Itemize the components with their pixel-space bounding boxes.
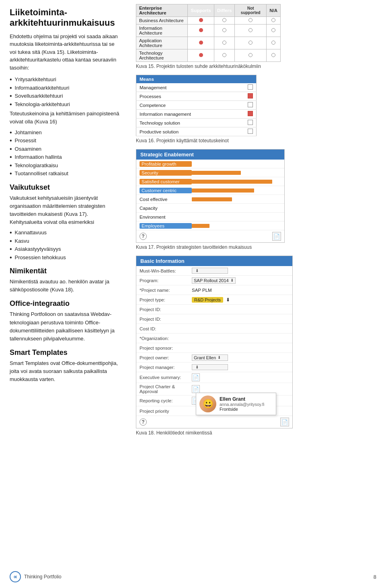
- means-row-label: Competence: [136, 101, 245, 110]
- strategic-copy-icon[interactable]: 📄: [272, 232, 281, 241]
- basic-info-select[interactable]: ⬇: [192, 268, 228, 274]
- strategic-label: Capacity: [140, 206, 192, 211]
- basic-info-label: Executive summary:: [140, 375, 192, 380]
- basic-info-select[interactable]: ⬇: [192, 364, 228, 370]
- figure-15: Enterprise Architecture Supports Differs…: [136, 4, 379, 69]
- arch-row-cell: [188, 49, 214, 62]
- basic-info-label: Project sponsor:: [140, 346, 192, 350]
- basic-info-label: Must-Win-Battles:: [140, 268, 192, 273]
- basic-info-row: Project sponsor:: [136, 343, 292, 353]
- basic-info-value: 📄: [192, 373, 289, 381]
- chevron-down-icon: ⬇: [218, 355, 221, 360]
- arch-row-cell: [235, 37, 267, 49]
- smart-text: Smart Templates ovat Office-dokumenttipo…: [10, 359, 121, 383]
- strategic-bar-area: [192, 205, 281, 211]
- list-item: Sovellusarkkitehtuuri: [10, 92, 121, 100]
- nimikentät-title: Nimikentät: [10, 267, 121, 275]
- strategic-footer: ? 📄: [136, 230, 284, 242]
- basic-info-select[interactable]: SAP Rollout 2014⬇: [192, 277, 236, 284]
- fig17-caption: Kuva 17. Projektin strategisten tavoitte…: [136, 244, 379, 250]
- basic-info-label: *Project name:: [140, 288, 192, 293]
- arch-row-cell: [235, 49, 267, 62]
- basic-info-row: *Project name:SAP PLM: [136, 285, 292, 295]
- arch-list: Yritysarkkitehtuuri Informaatioarkkiteht…: [10, 76, 121, 108]
- strategic-bar-area: [192, 223, 281, 229]
- strategic-bar-area: [192, 214, 281, 220]
- list-item: Tuotannolliset ratkaisut: [10, 170, 121, 178]
- means-row-check: [244, 83, 257, 92]
- footer-logo: ∝ Thinking Portfolio: [10, 571, 62, 582]
- strategic-bar: [192, 197, 232, 201]
- avatar: 😀: [199, 395, 216, 412]
- strategic-bar-area: [192, 188, 281, 193]
- arch-table-header-differs: Differs: [214, 4, 234, 17]
- vaikutukset-list: Kannattavuus Kasvu Asiakastyytyväisyys P…: [10, 229, 121, 261]
- basic-info-row: Project ID:: [136, 305, 292, 314]
- arch-row-cell: [188, 25, 214, 37]
- figure-16: Means ManagementProcessesCompetenceInfor…: [136, 75, 379, 143]
- strategic-row: Employees: [136, 221, 284, 230]
- basic-info-select[interactable]: Grant Ellen⬇: [192, 354, 228, 361]
- means-row-check: [244, 127, 257, 136]
- fig18-caption: Kuva 18. Henkilötiedot nimikentissä: [136, 430, 379, 436]
- basic-info-label: Project ID:: [140, 307, 192, 312]
- basic-info-row: Must-Win-Battles:⬇: [136, 266, 292, 276]
- list-item: Osaaminen: [10, 145, 121, 153]
- list-item: Informaatioarkkitehtuuri: [10, 84, 121, 92]
- office-title: Office-integraatio: [10, 299, 121, 308]
- basic-info-label: Project owner:: [140, 355, 192, 360]
- strategic-label: Cost effective: [140, 197, 192, 202]
- smart-title: Smart Templates: [10, 348, 121, 357]
- basic-info-label: Cost ID:: [140, 326, 192, 331]
- arch-row-cell: [267, 37, 281, 49]
- strategic-row: Cost effective: [136, 195, 284, 204]
- strategic-row: Security: [136, 168, 284, 177]
- arch-row-cell: [188, 37, 214, 49]
- strategic-help-icon[interactable]: ?: [140, 233, 147, 240]
- means-row-label: Technology solution: [136, 119, 245, 127]
- arch-row-label: Technology Architecture: [136, 49, 188, 62]
- strategic-label: Profitable growth: [140, 161, 192, 167]
- basic-info-label: Project ID:: [140, 317, 192, 322]
- arch-row-label: Information Achitecture: [136, 25, 188, 37]
- basic-info-value: ⬇: [192, 268, 289, 274]
- basic-info-label: Program:: [140, 278, 192, 283]
- strategic-row: Profitable growth: [136, 160, 284, 168]
- figure-18: Basic Information Must-Win-Battles:⬇Prog…: [136, 256, 379, 436]
- strategic-bar: [192, 224, 209, 228]
- footer-icon: ∝: [10, 571, 21, 582]
- arch-row-cell: [214, 17, 234, 25]
- strategic-row: Capacity: [136, 204, 284, 213]
- arch-table: Enterprise Architecture Supports Differs…: [136, 4, 281, 62]
- avatar-company: Frontside: [220, 407, 264, 412]
- basic-info-help-icon[interactable]: ?: [140, 418, 147, 426]
- strategic-row: Satisfied customer: [136, 177, 284, 186]
- list-item: Prosessien tehokkuus: [10, 254, 121, 262]
- basic-info-label: Project type:: [140, 297, 192, 302]
- basic-info-row: *Organization:: [136, 334, 292, 343]
- basic-info-label: *Organization:: [140, 336, 192, 341]
- means-row-check: [244, 101, 257, 110]
- strategic-bar-area: [192, 179, 281, 184]
- project-type-badge: R&D Projects: [192, 297, 223, 303]
- avatar-info: Ellen Grant anna.annala@yritysoy.fi Fron…: [220, 396, 264, 412]
- document-icon[interactable]: 📄: [192, 385, 200, 393]
- document-icon[interactable]: 📄: [192, 373, 200, 381]
- means-row-label: Productive solution: [136, 127, 245, 136]
- basic-info-value: SAP Rollout 2014⬇: [192, 277, 289, 284]
- means-row-check: [244, 92, 257, 101]
- strategic-bar-area: [192, 161, 281, 167]
- basic-info-box: Basic Information Must-Win-Battles:⬇Prog…: [136, 256, 293, 428]
- strategic-label: Customer centric: [140, 188, 192, 193]
- arch-table-header-supports: Supports: [188, 4, 214, 17]
- strategic-bar-area: [192, 197, 281, 202]
- arch-table-header-notsupported: Not supported: [235, 4, 267, 17]
- bullet1-after: Toteutuskeinoina ja kehittämisen painopi…: [10, 110, 121, 126]
- basic-info-row: Executive summary:📄: [136, 372, 292, 383]
- basic-info-copy-icon[interactable]: 📄: [280, 418, 289, 426]
- arch-row-cell: [267, 25, 281, 37]
- avatar-name: Ellen Grant: [220, 396, 264, 402]
- basic-info-row: Project owner:Grant Ellen⬇: [136, 353, 292, 363]
- basic-info-row: Cost ID:: [136, 324, 292, 334]
- chevron-down-icon: ⬇: [225, 297, 230, 302]
